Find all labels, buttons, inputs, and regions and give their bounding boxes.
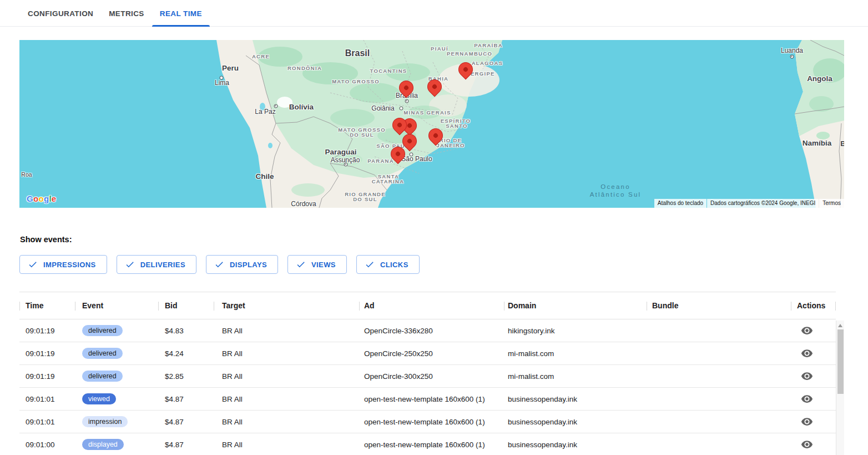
google-logo[interactable]: Google	[27, 194, 57, 203]
terms-link[interactable]: Termos	[819, 199, 844, 208]
cell-domain: businessopenday.ink	[504, 433, 647, 455]
map-label-state: CATARINA	[372, 178, 405, 184]
cell-bundle	[647, 411, 791, 433]
cell-bundle	[647, 433, 791, 455]
column-header-actions: Actions	[791, 292, 836, 319]
eye-icon	[801, 393, 813, 405]
cell-bundle	[647, 365, 791, 387]
map-label-city: Luanda	[781, 47, 803, 54]
map-label-state: DO SUL	[353, 196, 377, 202]
check-icon	[365, 259, 375, 269]
column-header-event: Event	[75, 292, 158, 319]
cell-time: 09:01:01	[19, 388, 75, 410]
tab-real-time[interactable]: REAL TIME	[152, 0, 210, 27]
cell-target: BR All	[214, 365, 359, 387]
cell-bid: $4.83	[158, 319, 214, 342]
cell-domain: businessopenday.ink	[504, 411, 647, 433]
cell-event: displayed	[75, 433, 158, 455]
map-label-state: TOCANTINS	[370, 68, 407, 74]
view-details-button[interactable]	[801, 393, 813, 405]
scroll-up-icon[interactable]	[838, 324, 842, 327]
cell-target: BR All	[214, 411, 359, 433]
table-row: 09:01:19 delivered $4.83 BR All OpenCirc…	[19, 319, 836, 342]
cell-bid: $2.85	[158, 365, 214, 387]
map-label-state: PIAUÍ	[431, 46, 448, 52]
table-scrollbar[interactable]	[836, 321, 844, 455]
cell-ad: OpenCircle-336x280	[359, 319, 504, 342]
cell-time: 09:01:01	[19, 411, 75, 433]
eye-icon	[801, 370, 813, 382]
cell-ad: open-test-new-template 160x600 (1)	[359, 411, 504, 433]
cell-bid: $4.24	[158, 342, 214, 364]
cell-ad: OpenCircle-250x250	[359, 342, 504, 364]
cell-bundle	[647, 319, 791, 342]
cell-target: BR All	[214, 433, 359, 455]
map-label-country: Chile	[255, 172, 274, 181]
eye-icon	[801, 324, 813, 337]
cell-time: 09:01:00	[19, 433, 75, 455]
google-map[interactable]: Brasil Peru Bolívia Paraguai Chile Angol…	[19, 40, 844, 208]
map-data-attribution: Dados cartográficos ©2024 Google, INEGI	[707, 199, 819, 208]
keyboard-shortcuts-button[interactable]: Atalhos do teclado	[654, 199, 706, 208]
map-label-ocean: Atlântico Sul	[590, 191, 642, 198]
event-badge: delivered	[82, 325, 123, 337]
tab-metrics[interactable]: METRICS	[101, 0, 152, 27]
filter-displays-button[interactable]: DISPLAYS	[206, 255, 278, 274]
eye-icon	[801, 347, 813, 359]
view-details-button[interactable]	[801, 370, 813, 382]
map-label-state: RONDÔNIA	[287, 65, 322, 71]
cell-bid: $4.87	[158, 388, 214, 410]
map-label-state: ACRE	[252, 53, 270, 59]
table-row: 09:01:01 viewed $4.87 BR All open-test-n…	[19, 388, 836, 411]
cell-ad: open-test-new-template 160x600 (1)	[359, 388, 504, 410]
tab-configuration[interactable]: CONFIGURATION	[20, 0, 101, 27]
cell-domain: hikingstory.ink	[504, 319, 647, 342]
check-icon	[296, 259, 306, 269]
map-label-state: PARANÁ	[367, 158, 394, 164]
view-details-button[interactable]	[801, 438, 813, 451]
scrollbar-thumb[interactable]	[837, 329, 844, 394]
view-details-button[interactable]	[801, 324, 813, 337]
map-label-country: Brasil	[345, 48, 370, 58]
filter-label: CLICKS	[380, 261, 408, 269]
map-label-country: Paraguai	[325, 148, 356, 156]
eye-icon	[801, 416, 813, 428]
map-label-country: B	[840, 139, 844, 148]
filter-views-button[interactable]: VIEWS	[287, 255, 347, 274]
event-badge: delivered	[82, 371, 123, 382]
cell-bundle	[647, 342, 791, 364]
map-label-state: DO SUL	[350, 132, 374, 138]
check-icon	[125, 259, 135, 269]
capital-dot	[344, 163, 348, 167]
filter-impressions-button[interactable]: IMPRESSIONS	[19, 255, 107, 274]
column-header-target: Target	[214, 292, 359, 319]
table-header: Time Event Bid Target Ad Domain Bundle A…	[19, 292, 836, 319]
check-icon	[28, 259, 38, 269]
cell-event: impression	[75, 411, 158, 433]
town-dot	[410, 153, 413, 157]
event-badge: viewed	[82, 393, 116, 405]
town-dot	[220, 76, 224, 80]
map-label-country: Peru	[222, 64, 239, 72]
realtime-dashboard: { "tabs": [ { "label": "CONFIGURATION", …	[0, 0, 868, 455]
map-label-state: JANEIRO	[436, 142, 465, 148]
cell-time: 09:01:19	[19, 319, 75, 342]
cell-target: BR All	[214, 388, 359, 410]
map-label-state: PARAÍBA	[474, 42, 503, 48]
view-details-button[interactable]	[801, 347, 813, 359]
check-icon	[214, 259, 224, 269]
view-details-button[interactable]	[801, 416, 813, 428]
map-label-state: SANTO	[446, 123, 468, 129]
filter-clicks-button[interactable]: CLICKS	[356, 255, 420, 274]
cell-bundle	[647, 388, 791, 410]
filter-deliveries-button[interactable]: DELIVERIES	[117, 255, 196, 274]
column-header-time: Time	[19, 292, 75, 319]
tab-bar: CONFIGURATION METRICS REAL TIME	[0, 0, 868, 27]
cell-time: 09:01:19	[19, 365, 75, 387]
event-badge: delivered	[82, 348, 123, 359]
map-label-ocean: Oceano	[600, 183, 630, 190]
cell-domain: businessopenday.ink	[504, 388, 647, 410]
event-filters: IMPRESSIONS DELIVERIES DISPLAYS VIEWS CL…	[19, 255, 420, 274]
map-label-city: La Paz	[255, 108, 275, 116]
map-label-country: Angola	[807, 74, 832, 83]
